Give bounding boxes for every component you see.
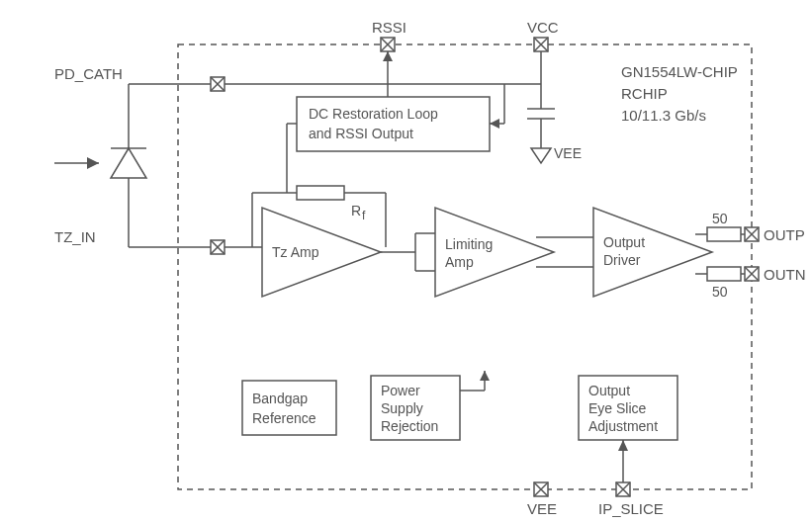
block-psr: Power Supply Rejection — [371, 371, 490, 440]
svg-text:RSSI: RSSI — [372, 19, 406, 36]
svg-text:Tz Amp: Tz Amp — [272, 244, 319, 260]
svg-text:Bandgap: Bandgap — [252, 391, 308, 406]
pin-ip-slice: IP_SLICE — [598, 440, 664, 517]
svg-marker-15 — [531, 148, 551, 163]
svg-text:Output: Output — [603, 234, 645, 250]
svg-text:VCC: VCC — [527, 19, 559, 36]
svg-text:Eye Slice: Eye Slice — [588, 400, 647, 416]
block-eye-slice: Output Eye Slice Adjustment — [579, 376, 677, 440]
pin-tz-in — [211, 240, 225, 254]
pin-outn: OUTN — [745, 266, 806, 283]
svg-text:Driver: Driver — [603, 252, 641, 268]
block-bandgap: Bandgap Reference — [242, 381, 336, 435]
chip-name-1: GN1554LW-CHIP — [621, 63, 738, 80]
svg-marker-36 — [490, 119, 499, 129]
svg-text:and RSSI Output: and RSSI Output — [309, 126, 413, 141]
block-output-driver: Output Driver — [593, 208, 712, 297]
svg-marker-100 — [618, 440, 628, 451]
chip-name-2: RCHIP — [621, 85, 668, 102]
svg-text:Adjustment: Adjustment — [588, 418, 658, 434]
label-pd-cath: PD_CATH — [54, 65, 123, 82]
pin-vee-bottom: VEE — [527, 482, 557, 517]
pin-pd-cath — [211, 77, 225, 91]
svg-rect-66 — [707, 267, 741, 281]
chip-speed: 10/11.3 Gb/s — [621, 107, 706, 124]
svg-rect-41 — [297, 186, 344, 200]
svg-marker-86 — [480, 371, 490, 381]
svg-text:Output: Output — [588, 383, 630, 398]
svg-text:Rejection: Rejection — [381, 418, 438, 434]
svg-text:IP_SLICE: IP_SLICE — [598, 500, 664, 517]
svg-text:DC Restoration Loop: DC Restoration Loop — [309, 106, 438, 122]
svg-text:R: R — [351, 203, 361, 218]
pin-vcc: VCC VEE — [527, 19, 582, 163]
svg-marker-30 — [87, 157, 99, 169]
svg-text:Reference: Reference — [252, 410, 316, 426]
label-tz-in: TZ_IN — [54, 228, 96, 245]
svg-rect-62 — [707, 227, 741, 241]
pin-outp: OUTP — [745, 226, 805, 243]
svg-rect-77 — [242, 381, 336, 435]
svg-text:VEE: VEE — [527, 500, 557, 517]
svg-text:f: f — [362, 209, 366, 222]
svg-text:50: 50 — [712, 284, 728, 300]
photodiode-icon — [54, 84, 146, 247]
resistor-50-top: 50 — [695, 211, 752, 241]
svg-marker-53 — [435, 208, 554, 297]
svg-text:Limiting: Limiting — [445, 236, 493, 252]
svg-text:Amp: Amp — [445, 254, 474, 270]
svg-marker-6 — [383, 51, 393, 61]
svg-text:Supply: Supply — [381, 400, 423, 416]
svg-text:VEE: VEE — [554, 145, 582, 161]
block-limiting-amp: Limiting Amp — [435, 208, 554, 297]
pin-rssi: RSSI — [372, 19, 406, 97]
block-dc-restoration: DC Restoration Loop and RSSI Output — [297, 97, 490, 151]
svg-text:OUTN: OUTN — [764, 266, 806, 283]
resistor-50-bot: 50 — [695, 267, 752, 300]
svg-text:Power: Power — [381, 383, 420, 398]
svg-text:OUTP: OUTP — [764, 226, 805, 243]
svg-marker-27 — [111, 148, 146, 178]
svg-text:50: 50 — [712, 211, 728, 226]
